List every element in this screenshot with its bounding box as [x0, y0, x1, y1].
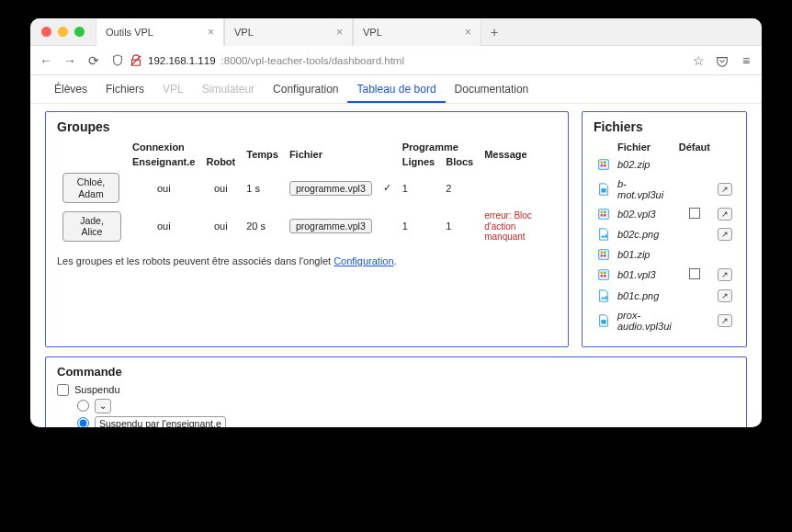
th-enseignant: Enseignant.e — [127, 154, 200, 169]
page-tab-fichiers[interactable]: Fichiers — [96, 75, 153, 103]
file-button[interactable]: programme.vpl3 — [289, 219, 372, 233]
browser-tab[interactable]: VPL × — [224, 18, 353, 46]
panel-fichiers: Fichiers Fichier Défaut b02.zipb-mot.vpl… — [582, 111, 747, 347]
file-name[interactable]: b02.vpl3 — [614, 204, 675, 224]
svg-rect-8 — [601, 211, 604, 214]
cell-enseignant: oui — [127, 169, 200, 207]
panel-title: Fichiers — [594, 119, 735, 134]
svg-rect-10 — [601, 214, 604, 217]
tab-title: Outils VPL — [106, 27, 153, 38]
maximize-window-icon[interactable] — [74, 27, 85, 37]
panel-title: Groupes — [57, 119, 557, 134]
file-name[interactable]: b02c.png — [614, 224, 675, 244]
cell-lignes: 1 — [397, 169, 440, 207]
file-name[interactable]: b01.zip — [614, 244, 675, 265]
open-button[interactable]: ↗ — [718, 314, 732, 327]
cell-robot: oui — [200, 207, 241, 246]
file-name[interactable]: b01.vpl3 — [614, 265, 675, 285]
svg-rect-18 — [601, 272, 604, 275]
file-name[interactable]: b01c.png — [614, 285, 675, 305]
new-tab-button[interactable]: + — [481, 25, 507, 40]
suspendu-label: Suspendu — [74, 384, 120, 395]
url-host: 192.168.1.119 — [148, 55, 216, 66]
svg-rect-11 — [604, 214, 606, 217]
back-button[interactable]: ← — [40, 53, 52, 68]
close-tab-icon[interactable]: × — [208, 26, 214, 39]
page-content: Groupes Connexion Temps Fichier Programm… — [30, 104, 762, 427]
close-tab-icon[interactable]: × — [336, 26, 343, 39]
fichiers-table: Fichier Défaut b02.zipb-mot.vpl3ui↗b02.v… — [594, 140, 736, 335]
open-button[interactable]: ↗ — [718, 208, 732, 221]
svg-rect-9 — [604, 211, 606, 214]
toolbar: ← → ⟳ 192.168.1.119:8000/vpl-teacher-too… — [30, 46, 762, 75]
configuration-link[interactable]: Configuration — [334, 255, 393, 266]
file-name[interactable]: prox-audio.vpl3ui — [614, 306, 675, 335]
open-button[interactable]: ↗ — [718, 289, 732, 302]
option-select-blank[interactable]: ⌄ — [95, 399, 111, 413]
option-row-text: Suspendu par l'enseignant.e — [77, 416, 735, 427]
file-button[interactable]: programme.vpl3 — [289, 181, 372, 196]
page-tab-documentation[interactable]: Documentation — [446, 75, 538, 103]
file-name[interactable]: b-mot.vpl3ui — [614, 175, 675, 204]
cell-temps: 20 s — [241, 207, 284, 246]
minimize-window-icon[interactable] — [58, 27, 68, 37]
panel-title: Commande — [57, 365, 735, 379]
cell-message — [479, 169, 557, 207]
file-name[interactable]: b02.zip — [614, 154, 675, 175]
page-tab-tableau-de-bord[interactable]: Tableau de bord — [347, 75, 445, 103]
table-row: b01.vpl3↗ — [594, 265, 736, 285]
default-checkbox[interactable] — [689, 268, 700, 279]
option-radio-text[interactable] — [77, 417, 89, 427]
tab-bar: Outils VPL × VPL × VPL × + — [30, 18, 762, 46]
th-fichier: Fichier — [284, 140, 378, 169]
check-icon — [378, 207, 397, 246]
cell-message: erreur: Bloc d'action manquant — [479, 207, 557, 246]
browser-tab[interactable]: Outils VPL × — [96, 18, 224, 46]
page-tab-eleves[interactable]: Élèves — [45, 75, 96, 103]
open-button[interactable]: ↗ — [718, 268, 732, 281]
cell-blocs: 1 — [440, 207, 479, 246]
file-type-icon — [594, 224, 614, 244]
table-row: Jade, Aliceouioui20 sprogramme.vpl311err… — [57, 207, 557, 246]
svg-rect-6 — [601, 188, 605, 192]
option-radio-blank[interactable] — [77, 400, 89, 412]
svg-rect-15 — [601, 255, 604, 257]
svg-rect-13 — [601, 252, 604, 255]
table-row: b02c.png↗ — [594, 224, 736, 244]
close-window-icon[interactable] — [41, 27, 51, 37]
groupes-note: Les groupes et les robots peuvent être a… — [57, 255, 557, 266]
browser-tab[interactable]: VPL × — [353, 18, 481, 46]
default-checkbox[interactable] — [689, 208, 700, 219]
page-tab-vpl: VPL — [153, 75, 193, 103]
file-type-icon — [594, 244, 614, 265]
th-lignes: Lignes — [397, 154, 440, 169]
reload-button[interactable]: ⟳ — [87, 53, 100, 68]
suspendu-row: Suspendu — [57, 384, 735, 396]
menu-icon[interactable]: ≡ — [740, 53, 752, 68]
star-icon[interactable]: ☆ — [692, 53, 705, 68]
th-blocs: Blocs — [440, 154, 479, 169]
svg-rect-3 — [604, 162, 606, 164]
th-robot: Robot — [200, 154, 241, 169]
open-button[interactable]: ↗ — [718, 183, 732, 196]
close-tab-icon[interactable]: × — [465, 26, 471, 39]
forward-button[interactable]: → — [63, 53, 76, 68]
pocket-icon[interactable] — [716, 52, 729, 67]
tab-title: VPL — [234, 27, 254, 38]
file-type-icon — [594, 265, 614, 285]
group-button[interactable]: Chloé,Adam — [62, 173, 119, 203]
tab-title: VPL — [363, 27, 382, 38]
th-defaut: Défaut — [675, 140, 714, 154]
table-row: b01.zip — [594, 244, 736, 265]
group-button[interactable]: Jade, Alice — [62, 211, 121, 242]
url-path: :8000/vpl-teacher-tools/dashboard.html — [221, 55, 404, 66]
option-text-input[interactable]: Suspendu par l'enseignant.e — [95, 416, 226, 427]
open-button[interactable]: ↗ — [718, 228, 732, 241]
url-input[interactable]: 192.168.1.119:8000/vpl-teacher-tools/das… — [111, 54, 681, 67]
table-row: b-mot.vpl3ui↗ — [594, 175, 736, 204]
suspendu-checkbox[interactable] — [57, 384, 69, 396]
panel-commande: Commande Suspendu ⌄ Suspendu par l'ensei… — [45, 357, 747, 427]
panel-groupes: Groupes Connexion Temps Fichier Programm… — [45, 111, 569, 347]
page-tab-configuration[interactable]: Configuration — [264, 75, 347, 103]
table-row: b02.zip — [594, 154, 736, 175]
